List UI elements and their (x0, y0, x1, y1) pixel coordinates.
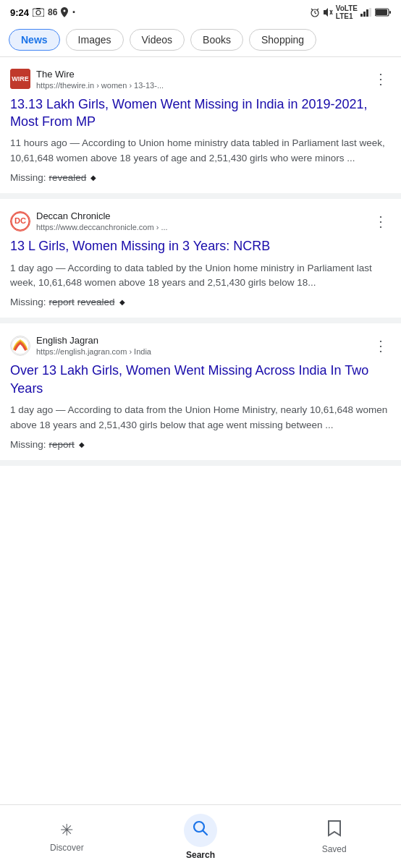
nav-search[interactable]: Search (134, 814, 268, 860)
status-right: VoLTELTE1 (310, 4, 391, 20)
svg-rect-10 (360, 14, 363, 17)
source-name-block-0: The Wirehttps://thewire.in › women › 13-… (36, 69, 164, 90)
nav-saved[interactable]: Saved (267, 820, 401, 854)
missing-row-2: Missing: report◆ (10, 439, 391, 450)
alarm-icon (310, 7, 320, 17)
status-bar: 9:24 86 · VoLTELTE1 (0, 0, 401, 23)
svg-point-1 (36, 11, 41, 15)
svg-rect-11 (363, 12, 366, 17)
article-snippet-0: 11 hours ago — According to Union home m… (10, 136, 391, 166)
photo-icon (33, 8, 44, 17)
filter-tab-shopping[interactable]: Shopping (249, 29, 316, 51)
diamond-icon-0: ◆ (90, 174, 96, 182)
diamond-icon-2: ◆ (79, 441, 85, 448)
source-name-text-2: English Jagran (36, 335, 151, 347)
strikethrough-word-2-0: report (49, 439, 75, 450)
svg-line-6 (311, 9, 313, 10)
missing-row-1: Missing: report revealed◆ (10, 297, 391, 307)
article-title-1[interactable]: 13 L Girls, Women Missing in 3 Years: NC… (10, 237, 391, 255)
source-url-0: https://thewire.in › women › 13-13-... (36, 81, 164, 90)
svg-rect-13 (369, 8, 371, 17)
source-info-0: WIREThe Wirehttps://thewire.in › women ›… (10, 69, 164, 90)
nav-discover[interactable]: ✳ Discover (0, 821, 134, 853)
source-info-1: DCDeccan Chroniclehttps://www.deccanchro… (10, 210, 168, 231)
source-name-text-1: Deccan Chronicle (36, 210, 168, 223)
strikethrough-word-1-0: report (49, 297, 75, 307)
source-name-block-2: English Jagranhttps://english.jagran.com… (36, 335, 151, 356)
missing-label-0: Missing: (10, 172, 46, 183)
source-url-1: https://www.deccanchronicle.com › ... (36, 223, 168, 231)
news-results: WIREThe Wirehttps://thewire.in › women ›… (0, 57, 401, 466)
source-row-2: English Jagranhttps://english.jagran.com… (10, 335, 391, 356)
saved-label: Saved (322, 844, 347, 854)
discover-label: Discover (50, 843, 84, 853)
svg-rect-16 (389, 11, 391, 14)
time-display: 9:24 (10, 7, 29, 18)
source-name-block-1: Deccan Chroniclehttps://www.deccanchroni… (36, 210, 168, 231)
strikethrough-word-0-0: revealed (49, 172, 87, 183)
status-left: 9:24 86 · (10, 6, 75, 19)
dot-icon: · (72, 6, 75, 19)
bottom-nav: ✳ Discover Search Saved (0, 804, 401, 868)
search-bubble (184, 814, 217, 847)
filter-tabs: NewsImagesVideosBooksShopping (0, 23, 401, 57)
svg-rect-12 (366, 9, 368, 17)
svg-line-23 (203, 830, 208, 835)
search-label: Search (186, 850, 215, 860)
volte-lte-text: VoLTELTE1 (336, 4, 358, 20)
source-logo-0: WIRE (10, 69, 30, 89)
discover-icon: ✳ (60, 821, 73, 840)
more-options-button-2[interactable]: ⋮ (371, 337, 391, 354)
svg-line-5 (315, 13, 316, 14)
source-row-0: WIREThe Wirehttps://thewire.in › women ›… (10, 69, 391, 90)
article-snippet-1: 1 day ago — According to data tabled by … (10, 261, 391, 292)
source-row-1: DCDeccan Chroniclehttps://www.deccanchro… (10, 210, 391, 231)
strikethrough-word-1-1: revealed (77, 297, 115, 307)
mute-icon (323, 7, 333, 17)
filter-tab-books[interactable]: Books (190, 29, 243, 51)
diamond-icon-1: ◆ (119, 298, 125, 306)
news-card-0: WIREThe Wirehttps://thewire.in › women ›… (0, 57, 401, 199)
battery-icon (375, 8, 391, 17)
article-snippet-2: 1 day ago — According to data from the U… (10, 403, 391, 433)
svg-rect-2 (36, 8, 41, 9)
location-icon (61, 7, 68, 17)
filter-tab-videos[interactable]: Videos (130, 29, 185, 51)
article-title-2[interactable]: Over 13 Lakh Girls, Women Went Missing A… (10, 362, 391, 397)
signal-icon (360, 8, 372, 17)
article-title-0[interactable]: 13.13 Lakh Girls, Women Went Missing in … (10, 95, 391, 131)
missing-label-2: Missing: (10, 439, 46, 450)
filter-tab-news[interactable]: News (9, 29, 60, 51)
svg-rect-15 (376, 9, 387, 15)
search-icon (193, 820, 208, 841)
source-url-2: https://english.jagran.com › India (36, 347, 151, 356)
more-options-button-1[interactable]: ⋮ (371, 213, 391, 230)
news-card-2: English Jagranhttps://english.jagran.com… (0, 323, 401, 465)
source-logo-2 (10, 336, 30, 356)
svg-text:WIRE: WIRE (12, 75, 29, 82)
news-card-1: DCDeccan Chroniclehttps://www.deccanchro… (0, 199, 401, 323)
svg-text:DC: DC (14, 216, 26, 225)
source-name-text-0: The Wire (36, 69, 164, 81)
saved-icon (326, 820, 342, 841)
filter-tab-images[interactable]: Images (66, 29, 124, 51)
missing-row-0: Missing: revealed◆ (10, 172, 391, 183)
missing-label-1: Missing: (10, 297, 46, 307)
source-info-2: English Jagranhttps://english.jagran.com… (10, 335, 151, 356)
battery-percent: 86 (48, 7, 57, 17)
svg-line-7 (317, 9, 318, 10)
source-logo-1: DC (10, 211, 30, 231)
more-options-button-0[interactable]: ⋮ (371, 70, 391, 88)
svg-rect-0 (33, 9, 44, 17)
